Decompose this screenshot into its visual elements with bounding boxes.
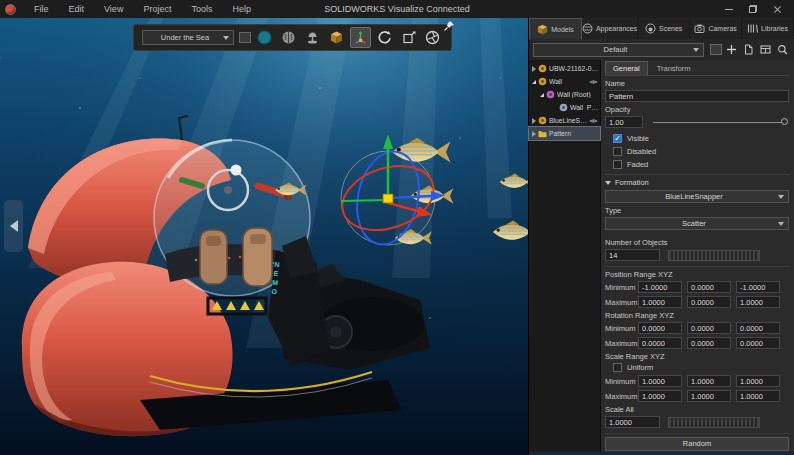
uniform-checkbox[interactable] xyxy=(613,363,622,372)
expand-icon[interactable] xyxy=(532,131,536,137)
rotation-min-y[interactable] xyxy=(687,322,731,334)
menu-view[interactable]: View xyxy=(94,0,133,18)
palette-tabbar: Models Appearances Scenes Cameras Librar… xyxy=(529,18,794,39)
preset-thumbnail[interactable] xyxy=(239,32,251,43)
tab-scenes[interactable]: Scenes xyxy=(638,18,690,39)
tree-item-wall[interactable]: Wall xyxy=(529,75,600,88)
tab-models[interactable]: Models xyxy=(529,18,582,39)
titlebar: File Edit View Project Tools Help SOLIDW… xyxy=(0,0,794,18)
part-icon xyxy=(559,103,568,112)
scale-max-z[interactable] xyxy=(736,390,780,402)
expand-icon[interactable] xyxy=(532,66,536,72)
scale-max-x[interactable] xyxy=(638,390,682,402)
visible-checkbox-row[interactable]: ✓ Visible xyxy=(613,134,789,143)
configuration-dropdown[interactable]: Default xyxy=(533,43,704,57)
rotate-tool-icon[interactable] xyxy=(374,27,395,48)
position-max-y[interactable] xyxy=(687,296,731,308)
opacity-slider[interactable] xyxy=(653,122,787,123)
chevron-down-icon xyxy=(778,222,784,226)
opacity-slider-handle[interactable] xyxy=(781,118,788,125)
environment-icon[interactable] xyxy=(302,27,323,48)
scale-range-label: Scale Range XYZ xyxy=(605,352,789,361)
scale-all-input[interactable] xyxy=(605,416,660,428)
disabled-checkbox-row[interactable]: Disabled xyxy=(613,147,789,156)
new-document-icon[interactable] xyxy=(743,44,754,55)
collapse-icon[interactable] xyxy=(540,93,544,97)
tab-cameras[interactable]: Cameras xyxy=(690,18,742,39)
visible-checkbox[interactable]: ✓ xyxy=(613,134,622,143)
add-icon[interactable] xyxy=(726,44,737,55)
expand-icon[interactable] xyxy=(532,118,536,124)
formation-source-dropdown[interactable]: BlueLineSnapper xyxy=(605,190,789,203)
count-slider[interactable] xyxy=(668,250,760,261)
rotation-min-x[interactable] xyxy=(638,322,682,334)
restore-icon[interactable] xyxy=(748,4,758,14)
close-icon[interactable] xyxy=(772,4,782,14)
aperture-icon[interactable] xyxy=(422,27,443,48)
chevron-down-icon xyxy=(778,195,784,199)
project-board-icon[interactable] xyxy=(760,44,771,55)
pin-icon[interactable] xyxy=(443,18,455,36)
faded-checkbox[interactable] xyxy=(613,160,622,169)
position-min-y[interactable] xyxy=(687,281,731,293)
pivot-box-icon[interactable] xyxy=(398,27,419,48)
menu-file[interactable]: File xyxy=(24,0,59,18)
denoiser-icon[interactable] xyxy=(278,27,299,48)
count-input[interactable] xyxy=(605,249,660,261)
collapse-left-panel-handle[interactable] xyxy=(4,200,23,252)
scale-min-y[interactable] xyxy=(687,375,731,387)
tab-appearances[interactable]: Appearances xyxy=(582,18,638,39)
uniform-checkbox-row[interactable]: Uniform xyxy=(613,363,789,372)
tab-libraries[interactable]: Libraries xyxy=(742,18,794,39)
rotation-max-y[interactable] xyxy=(687,337,731,349)
tab-transform[interactable]: Transform xyxy=(650,62,698,75)
position-min-x[interactable] xyxy=(638,281,682,293)
environment-preset-dropdown[interactable]: Under the Sea xyxy=(142,30,234,45)
position-max-x[interactable] xyxy=(638,296,682,308)
rotation-max-x[interactable] xyxy=(638,337,682,349)
tree-item-root[interactable]: UBW-21162-0472... xyxy=(529,62,600,75)
name-input[interactable] xyxy=(605,90,789,102)
formation-section-header[interactable]: Formation xyxy=(605,178,789,187)
configuration-thumbnail[interactable] xyxy=(710,44,722,55)
model-tree: UBW-21162-0472... Wall Wall (Root) xyxy=(529,60,601,455)
eye-icon[interactable] xyxy=(589,118,598,124)
rotation-max-z[interactable] xyxy=(736,337,780,349)
rotation-min-z[interactable] xyxy=(736,322,780,334)
scale-min-x[interactable] xyxy=(638,375,682,387)
opacity-input[interactable] xyxy=(605,116,643,128)
random-button[interactable]: Random xyxy=(605,437,789,451)
move-tool-icon[interactable] xyxy=(350,27,371,48)
position-max-z[interactable] xyxy=(736,296,780,308)
scale-max-y[interactable] xyxy=(687,390,731,402)
menu-help[interactable]: Help xyxy=(222,0,261,18)
menu-project[interactable]: Project xyxy=(133,0,181,18)
scale-min-z[interactable] xyxy=(736,375,780,387)
menu-edit[interactable]: Edit xyxy=(59,0,95,18)
disabled-checkbox[interactable] xyxy=(613,147,622,156)
configuration-row: Default xyxy=(529,39,794,60)
eye-icon[interactable] xyxy=(589,79,598,85)
render-sphere-icon[interactable] xyxy=(254,27,275,48)
search-icon[interactable] xyxy=(777,44,788,55)
tree-item-pattern[interactable]: Pattern xyxy=(529,127,600,140)
position-min-z[interactable] xyxy=(736,281,780,293)
app-logo-icon xyxy=(5,4,16,15)
tree-item-wall-part[interactable]: Wall_Part 1 xyxy=(529,101,600,114)
formation-type-dropdown[interactable]: Scatter xyxy=(605,217,789,230)
scenes-icon xyxy=(645,23,656,34)
viewport-toolbar: Under the Sea xyxy=(133,24,452,51)
models-cube-icon xyxy=(537,24,548,35)
tab-general[interactable]: General xyxy=(605,61,648,75)
model-cube-icon[interactable] xyxy=(326,27,347,48)
appearances-sphere-icon xyxy=(582,23,593,34)
minimize-icon[interactable] xyxy=(724,4,734,14)
menu-tools[interactable]: Tools xyxy=(181,0,222,18)
maximum-label: Maximum xyxy=(605,298,638,307)
viewport-3d[interactable]: NEMO Under the Sea xyxy=(0,18,528,455)
tree-item-bluelinesnapper[interactable]: BlueLineSnapper xyxy=(529,114,600,127)
tree-item-wall-root[interactable]: Wall (Root) xyxy=(529,88,600,101)
collapse-icon[interactable] xyxy=(532,80,536,84)
scale-all-slider[interactable] xyxy=(668,417,760,428)
faded-checkbox-row[interactable]: Faded xyxy=(613,160,789,169)
